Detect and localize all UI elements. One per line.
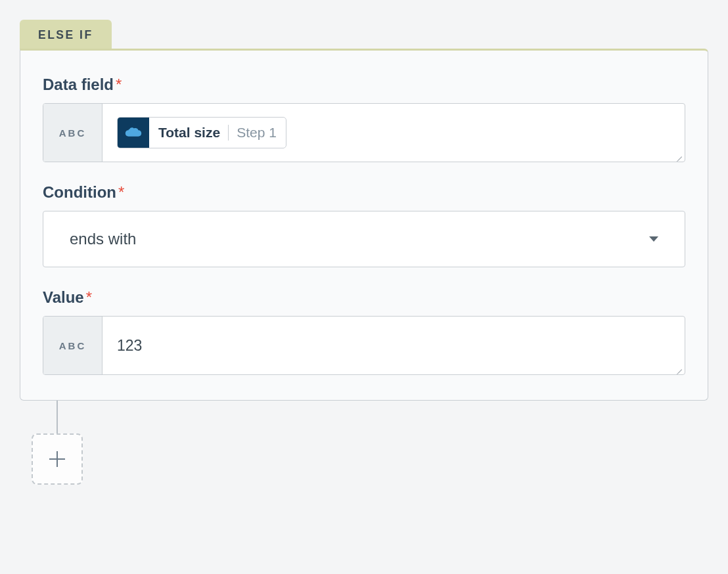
chevron-down-icon	[649, 236, 658, 242]
required-marker: *	[86, 288, 92, 306]
pill-divider	[228, 125, 229, 141]
connector-line	[57, 401, 58, 433]
field-group-value: Value* ABC 123	[43, 288, 685, 375]
pill-main-label: Total size	[158, 125, 220, 141]
label-condition: Condition*	[43, 183, 685, 202]
field-group-condition: Condition* ends with	[43, 183, 685, 267]
label-text: Data field	[43, 76, 114, 93]
required-marker: *	[116, 76, 122, 93]
value-input[interactable]: ABC 123	[43, 316, 685, 375]
type-prefix-abc: ABC	[43, 317, 102, 374]
data-pill[interactable]: Total size Step 1	[117, 117, 286, 148]
label-text: Value	[43, 288, 84, 306]
required-marker: *	[118, 183, 124, 201]
value-text: 123	[117, 337, 142, 355]
add-step-button[interactable]	[32, 433, 83, 485]
resize-handle-icon	[673, 150, 682, 159]
pill-sub-label: Step 1	[237, 125, 277, 141]
value-content[interactable]: 123	[102, 317, 685, 374]
label-data-field: Data field*	[43, 76, 685, 94]
salesforce-icon	[118, 118, 149, 148]
field-group-data-field: Data field* ABC Total size St	[43, 76, 685, 162]
type-prefix-abc: ABC	[43, 104, 102, 162]
label-text: Condition	[43, 183, 116, 201]
resize-handle-icon	[673, 363, 682, 372]
data-field-input[interactable]: ABC Total size Step 1	[43, 103, 685, 162]
condition-panel: Data field* ABC Total size St	[20, 49, 708, 401]
tab-else-if[interactable]: ELSE IF	[20, 20, 112, 51]
data-pill-text: Total size Step 1	[149, 118, 286, 148]
plus-icon	[49, 451, 65, 467]
condition-select[interactable]: ends with	[43, 211, 685, 267]
condition-selected-value: ends with	[70, 230, 136, 248]
label-value: Value*	[43, 288, 685, 307]
data-field-content[interactable]: Total size Step 1	[102, 104, 685, 162]
